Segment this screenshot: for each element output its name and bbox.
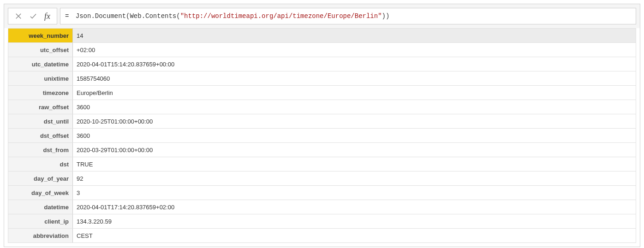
record-field-value: 134.3.220.59 [73, 214, 636, 229]
record-field-value: 1585754060 [73, 71, 636, 86]
check-icon [29, 12, 37, 20]
record-field-value: 3600 [73, 100, 636, 114]
confirm-button[interactable] [26, 9, 41, 24]
record-field-name: utc_offset [8, 43, 73, 57]
record-field-value: 14 [73, 29, 636, 43]
table-row[interactable]: week_number14 [8, 29, 636, 43]
formula-fn-outer: Json.Document [76, 12, 126, 20]
table-row[interactable]: client_ip134.3.220.59 [8, 214, 636, 229]
table-row[interactable]: dst_from2020-03-29T01:00:00+00:00 [8, 143, 636, 157]
record-field-value: 2020-10-25T01:00:00+00:00 [73, 114, 636, 129]
table-row[interactable]: timezoneEurope/Berlin [8, 86, 636, 100]
record-field-value: 2020-04-01T17:14:20.837659+02:00 [73, 200, 636, 214]
record-field-value: 92 [73, 171, 636, 186]
formula-fn-inner: Web.Contents [130, 12, 176, 20]
query-editor-panel: fx = Json.Document ( Web.Contents ( "htt… [4, 4, 640, 247]
fx-label-text: fx [44, 12, 50, 21]
record-field-name: week_number [8, 29, 73, 43]
table-row[interactable]: abbreviationCEST [8, 229, 636, 243]
record-field-value: TRUE [73, 157, 636, 171]
record-field-value: 2020-03-29T01:00:00+00:00 [73, 143, 636, 157]
close-icon [14, 12, 23, 20]
record-field-name: unixtime [8, 71, 73, 86]
table-row[interactable]: dstTRUE [8, 157, 636, 171]
table-row[interactable]: dst_until2020-10-25T01:00:00+00:00 [8, 114, 636, 129]
formula-buttons-group: fx [8, 8, 57, 24]
table-row[interactable]: dst_offset3600 [8, 129, 636, 143]
record-field-name: dst_offset [8, 129, 73, 143]
record-field-value: 3600 [73, 129, 636, 143]
record-field-value: 2020-04-01T15:14:20.837659+00:00 [73, 57, 636, 71]
record-field-value: Europe/Berlin [73, 86, 636, 100]
formula-url: "http://worldtimeapi.org/api/timezone/Eu… [180, 12, 382, 20]
table-row[interactable]: day_of_year92 [8, 171, 636, 186]
formula-input[interactable]: = Json.Document ( Web.Contents ( "http:/… [60, 8, 636, 24]
record-field-name: client_ip [8, 214, 73, 229]
formula-eq: = [65, 12, 73, 20]
table-row[interactable]: utc_offset+02:00 [8, 43, 636, 57]
record-field-value: CEST [73, 229, 636, 243]
record-table: week_number14utc_offset+02:00utc_datetim… [8, 28, 636, 243]
record-field-name: day_of_year [8, 171, 73, 186]
cancel-button[interactable] [11, 9, 26, 24]
formula-bar: fx = Json.Document ( Web.Contents ( "htt… [4, 4, 640, 28]
record-field-name: dst_until [8, 114, 73, 129]
fx-label: fx [41, 12, 54, 21]
table-row[interactable]: unixtime1585754060 [8, 71, 636, 86]
table-row[interactable]: datetime2020-04-01T17:14:20.837659+02:00 [8, 200, 636, 214]
record-field-name: abbreviation [8, 229, 73, 243]
table-row[interactable]: raw_offset3600 [8, 100, 636, 114]
record-field-name: datetime [8, 200, 73, 214]
record-grid: week_number14utc_offset+02:00utc_datetim… [4, 28, 640, 247]
table-row[interactable]: day_of_week3 [8, 186, 636, 200]
record-field-name: dst_from [8, 143, 73, 157]
table-row[interactable]: utc_datetime2020-04-01T15:14:20.837659+0… [8, 57, 636, 71]
record-field-name: raw_offset [8, 100, 73, 114]
record-field-name: dst [8, 157, 73, 171]
record-field-name: day_of_week [8, 186, 73, 200]
record-field-name: timezone [8, 86, 73, 100]
record-field-value: 3 [73, 186, 636, 200]
record-field-value: +02:00 [73, 43, 636, 57]
record-field-name: utc_datetime [8, 57, 73, 71]
